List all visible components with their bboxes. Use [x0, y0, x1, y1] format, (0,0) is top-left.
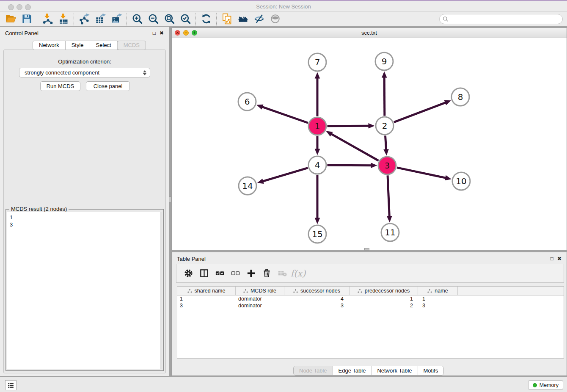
float-panel-icon[interactable]: □ [153, 30, 156, 36]
column-header-name[interactable]: name [418, 287, 458, 295]
close-window-button[interactable] [8, 4, 14, 10]
close-panel-icon[interactable]: ✖ [557, 256, 561, 261]
graph-edge-2-3[interactable] [385, 135, 386, 150]
zoom-fit-button[interactable] [161, 12, 177, 26]
column-header-predecessor-nodes[interactable]: predecessor nodes [350, 287, 418, 295]
unselect-all-columns-button[interactable] [228, 266, 243, 281]
memory-button[interactable]: Memory [528, 380, 563, 390]
table-row[interactable]: 1dominator411 [177, 295, 564, 302]
tab-network-table[interactable]: Network Table [371, 366, 417, 375]
table-cell[interactable]: 3 [418, 302, 458, 309]
horizontal-splitter-handle[interactable] [364, 248, 369, 251]
mcds-result-text[interactable]: 13 [7, 212, 162, 369]
zoom-fit-icon [164, 13, 175, 25]
edit-column-icon [293, 289, 298, 293]
tab-network[interactable]: Network [33, 41, 66, 50]
table-cell[interactable]: 2 [350, 302, 418, 309]
toggle-column-view-button[interactable] [196, 266, 212, 281]
tab-motifs[interactable]: Motifs [418, 366, 444, 375]
zoom-selected-button[interactable] [177, 12, 193, 26]
fx-icon: f(x) [288, 268, 308, 279]
graph-edge-2-9[interactable] [384, 76, 385, 116]
network-window: ✕ – + scc.txt 1234678910111415 [171, 28, 567, 250]
float-panel-icon[interactable]: □ [550, 256, 553, 261]
select-all-columns-button[interactable] [212, 266, 228, 281]
tab-edge-table[interactable]: Edge Table [333, 366, 372, 375]
column-header-successor-nodes[interactable]: successor nodes [284, 287, 350, 295]
minimize-window-button[interactable] [17, 4, 22, 10]
edit-column-icon [243, 289, 248, 293]
tab-style[interactable]: Style [66, 41, 90, 50]
graph-node-label-14: 14 [242, 181, 253, 191]
import-network-button[interactable] [39, 12, 55, 26]
network-canvas[interactable]: 1234678910111415 [172, 38, 567, 250]
graph-edge-4-3[interactable] [327, 165, 372, 166]
close-panel-icon[interactable]: ✖ [160, 30, 164, 36]
table-cell[interactable]: 1 [177, 295, 236, 302]
table-cell[interactable]: dominator [236, 302, 284, 309]
save-session-button[interactable] [19, 12, 35, 26]
table-row[interactable]: 3dominator323 [177, 302, 564, 309]
export-table-button[interactable] [92, 12, 108, 26]
table-options-button[interactable] [181, 266, 196, 281]
graph-edge-3-10[interactable] [397, 168, 446, 178]
table-panel: Table Panel □ ✖ [171, 252, 567, 376]
show-graphics-details-button[interactable] [267, 12, 283, 26]
graph-node-label-10: 10 [456, 176, 466, 186]
graph-node-label-3: 3 [385, 160, 390, 171]
graph-edge-4-14[interactable] [262, 168, 308, 182]
network-zoom-button[interactable]: + [192, 30, 197, 36]
open-file-button[interactable] [3, 12, 19, 26]
title-bar: Session: New Session [0, 1, 567, 12]
function-builder-button[interactable]: f(x) [290, 266, 306, 281]
table-cell[interactable]: 3 [284, 302, 350, 309]
tab-node-table[interactable]: Node Table [294, 366, 333, 375]
column-header-shared-name[interactable]: shared name [177, 287, 236, 295]
graph-edge-1-6[interactable] [261, 107, 308, 123]
graph-edge-3-11[interactable] [388, 175, 389, 217]
column-header-MCDS-role[interactable]: MCDS role [236, 287, 284, 295]
graph-edge-3-1[interactable] [330, 133, 379, 160]
network-close-button[interactable]: ✕ [175, 30, 180, 36]
table-cell[interactable]: 3 [177, 302, 236, 309]
memory-status-icon [533, 383, 537, 387]
copy-network-button[interactable] [219, 12, 235, 26]
table-cell[interactable]: 1 [418, 295, 458, 302]
vertical-splitter-handle[interactable] [169, 196, 171, 202]
maximize-window-button[interactable] [25, 4, 31, 10]
close-panel-button[interactable]: Close panel [86, 81, 130, 91]
table-cell[interactable]: 1 [350, 295, 418, 302]
network-title: scc.txt [361, 30, 377, 36]
zoom-in-button[interactable] [129, 12, 145, 26]
run-mcds-button[interactable]: Run MCDS [40, 81, 80, 91]
tab-select[interactable]: Select [90, 41, 118, 50]
result-scrollbar[interactable] [160, 212, 162, 369]
network-window-titlebar[interactable]: ✕ – + scc.txt [172, 28, 567, 38]
delete-column-button[interactable] [259, 266, 275, 281]
toggle-style-button[interactable] [251, 12, 267, 26]
search-icon [443, 16, 449, 22]
export-image-button[interactable] [108, 12, 124, 26]
graph-edge-2-8[interactable] [394, 102, 446, 122]
table-cell[interactable]: 4 [284, 295, 350, 302]
home-layout-button[interactable] [235, 12, 251, 26]
refresh-layout-button[interactable] [198, 12, 214, 26]
import-table-button[interactable] [55, 12, 72, 26]
graph-node-label-7: 7 [315, 57, 320, 67]
search-input[interactable] [449, 15, 562, 23]
memory-label: Memory [539, 382, 559, 388]
show-panels-button[interactable] [5, 380, 17, 390]
control-panel-tabs: NetworkStyleSelectMCDS [33, 41, 146, 50]
graph-edge-1-2[interactable] [327, 126, 369, 126]
graph-node-label-4: 4 [315, 160, 320, 170]
zoom-out-button[interactable] [145, 12, 161, 26]
list-icon [7, 382, 14, 389]
network-minimize-button[interactable]: – [183, 30, 189, 36]
control-panel-header: Control Panel □ ✖ [0, 27, 169, 39]
add-column-button[interactable] [243, 266, 259, 281]
criterion-select[interactable]: strongly connected component [19, 68, 150, 77]
tab-mcds[interactable]: MCDS [117, 41, 146, 50]
export-network-button[interactable] [76, 12, 92, 26]
graph-edge-arrowhead [256, 105, 263, 110]
table-cell[interactable]: dominator [236, 295, 284, 302]
